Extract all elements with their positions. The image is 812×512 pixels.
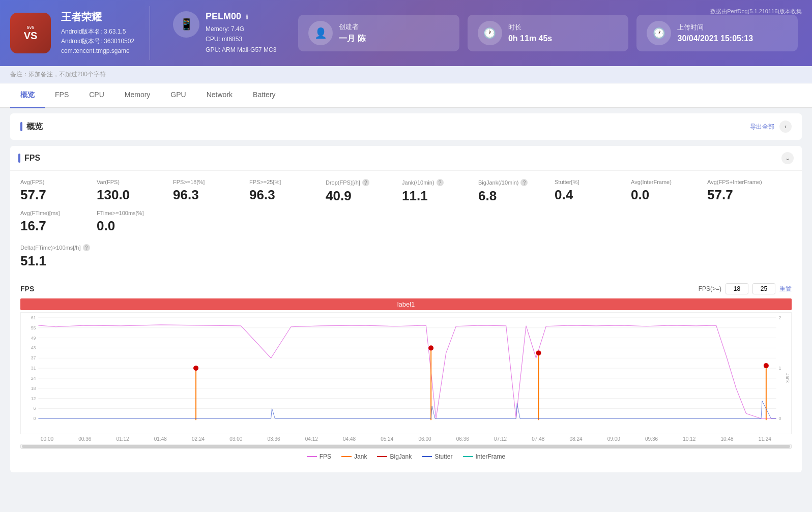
fps-chart-svg: 61 55 49 43 37 31 24 18 12 6 0 2 1 0 (20, 312, 792, 434)
fps-stat-fps-interframe-value: 57.7 (707, 187, 773, 203)
delta-help-icon[interactable]: ? (83, 244, 90, 251)
fps-stat-18: FPS>=18[%] 96.3 (173, 179, 239, 204)
svg-text:55: 55 (31, 325, 36, 330)
fps-stat-drop-value: 40.9 (326, 188, 392, 204)
divider (150, 6, 150, 60)
legend-stutter-label: Stutter (434, 453, 452, 460)
device-info-icon[interactable]: ℹ (246, 14, 248, 21)
drop-help-icon[interactable]: ? (362, 179, 369, 186)
upload-time-label: 上传时间 (677, 23, 753, 32)
fps-stat-ftime100: FTime>=100ms[%] 0.0 (97, 210, 163, 234)
x-label-19: 11:24 (759, 436, 771, 442)
fps-stat-interframe: Avg(InterFrame) 0.0 (631, 179, 697, 204)
fps-stat-stutter: Stutter[%] 0.4 (555, 179, 621, 204)
fps-stat-18-value: 96.3 (173, 187, 239, 203)
svg-text:0: 0 (34, 416, 36, 421)
svg-text:37: 37 (31, 355, 36, 360)
duration-value: 0h 11m 45s (508, 34, 552, 43)
tab-gpu[interactable]: GPU (160, 83, 196, 108)
notes-placeholder: 添加备注，不超过200个字符 (28, 71, 106, 78)
scrollbar-thumb[interactable] (22, 445, 790, 448)
fps-stat-fps-interframe-label: Avg(FPS+InterFrame) (707, 179, 773, 185)
fps-stats-grid: Avg(FPS) 57.7 Var(FPS) 130.0 FPS>=18[%] … (10, 171, 802, 244)
svg-point-35 (428, 346, 433, 351)
creator-icon: 👤 (308, 21, 333, 45)
chart-legend: FPS Jank BigJank Stutter InterFrame (20, 449, 792, 464)
x-label-4: 02:24 (192, 436, 205, 442)
fps-stat-18-label: FPS>=18[%] (173, 179, 239, 185)
duration-card: 🕐 时长 0h 11m 45s (468, 15, 629, 51)
fps-collapse-button[interactable]: ⌄ (781, 152, 794, 164)
tab-overview[interactable]: 概览 (10, 83, 45, 108)
legend-stutter-line (422, 456, 432, 457)
x-label-10: 06:00 (419, 436, 431, 442)
android-version: Android版本名: 3.63.1.5 (61, 27, 134, 37)
tab-network[interactable]: Network (196, 83, 243, 108)
device-icon: 📱 (173, 11, 199, 38)
fps-stat-interframe-value: 0.0 (631, 187, 697, 203)
fps-filter-input-25[interactable] (752, 283, 775, 294)
tab-fps[interactable]: FPS (45, 83, 79, 108)
delta-value: 51.1 (20, 253, 792, 269)
svg-text:61: 61 (31, 315, 36, 320)
overview-title: 概览 (20, 122, 43, 132)
fps-stat-25: FPS>=25[%] 96.3 (249, 179, 315, 204)
fps-stat-stutter-label: Stutter[%] (555, 179, 621, 185)
content: 概览 导出全部 ‹ FPS ⌄ Avg(FPS) 57.7 Var(FPS) 1… (0, 108, 812, 484)
jank-help-icon[interactable]: ? (437, 179, 444, 186)
fps-stat-avg-label: Avg(FPS) (20, 179, 86, 185)
fps-stat-jank: Jank(/10min) ? 11.1 (402, 179, 468, 204)
chart-svg-wrapper: 61 55 49 43 37 31 24 18 12 6 0 2 1 0 (20, 312, 792, 434)
tab-battery[interactable]: Battery (243, 83, 285, 108)
tab-cpu[interactable]: CPU (79, 83, 114, 108)
app-info: 王者荣耀 Android版本名: 3.63.1.5 Android版本号: 36… (61, 10, 134, 56)
legend-jank: Jank (341, 453, 367, 460)
legend-bigjank-label: BigJank (390, 453, 412, 460)
x-label-14: 08:24 (570, 436, 583, 442)
x-axis: 00:00 00:36 01:12 01:48 02:24 03:00 03:3… (20, 434, 792, 442)
x-label-6: 03:36 (268, 436, 280, 442)
fps-stat-ftime: Avg(FTime)[ms] 16.7 (20, 210, 86, 234)
x-label-1: 00:36 (78, 436, 91, 442)
tab-memory[interactable]: Memory (114, 83, 161, 108)
notes-bar: 备注：添加备注，不超过200个字符 (0, 66, 812, 83)
duration-icon: 🕐 (478, 21, 502, 45)
fps-stat-bigjank-value: 6.8 (478, 188, 544, 204)
legend-stutter: Stutter (422, 453, 452, 460)
chart-title: FPS (20, 285, 34, 293)
fps-stat-25-value: 96.3 (249, 187, 315, 203)
x-label-17: 10:12 (683, 436, 695, 442)
x-label-18: 10:48 (721, 436, 734, 442)
collapse-button[interactable]: ‹ (779, 121, 792, 133)
app-icon: 5v5 VS (10, 13, 51, 53)
legend-jank-line (341, 456, 352, 457)
svg-text:0: 0 (778, 416, 781, 421)
chart-label-bar: label1 (20, 298, 792, 310)
fps-stat-drop: Drop(FPS)[/h] ? 40.9 (326, 179, 392, 204)
fps-stat-drop-label: Drop(FPS)[/h] ? (326, 179, 392, 186)
bigjank-help-icon[interactable]: ? (520, 179, 528, 186)
fps-stat-avg-value: 57.7 (20, 187, 86, 203)
svg-text:Jank: Jank (785, 373, 790, 383)
x-label-11: 06:36 (456, 436, 469, 442)
device-info: PELM00 ℹ Memory: 7.4G CPU: mt6853 GPU: A… (206, 11, 276, 55)
x-label-8: 04:48 (343, 436, 356, 442)
svg-text:2: 2 (778, 315, 781, 320)
x-label-5: 03:00 (229, 436, 242, 442)
x-label-2: 01:12 (117, 436, 129, 442)
fps-filter-label: FPS(>=) (699, 285, 721, 292)
delta-label: Delta(FTime)>100ms[/h] ? (20, 244, 792, 251)
svg-text:18: 18 (31, 386, 36, 391)
fps-stat-ftime-label: Avg(FTime)[ms] (20, 210, 86, 216)
export-button[interactable]: 导出全部 (750, 123, 774, 131)
overview-actions: 导出全部 ‹ (750, 121, 792, 133)
reset-button[interactable]: 重置 (779, 285, 792, 293)
fps-filter-input-18[interactable] (726, 283, 748, 294)
svg-text:12: 12 (31, 396, 36, 401)
app-name: 王者荣耀 (61, 10, 134, 24)
scrollbar-track[interactable] (20, 444, 792, 449)
fps-stat-ftime100-label: FTime>=100ms[%] (97, 210, 163, 216)
x-label-15: 09:00 (607, 436, 620, 442)
legend-fps: FPS (307, 453, 331, 460)
app-icon-text: VS (24, 30, 38, 42)
